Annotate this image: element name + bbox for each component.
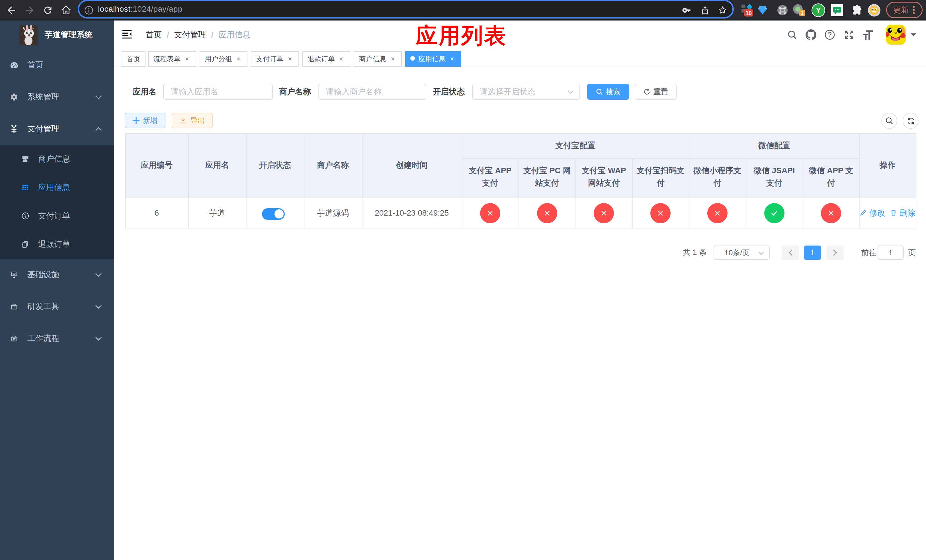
svg-text:Y: Y: [816, 6, 821, 15]
svg-text:1: 1: [801, 10, 803, 16]
svg-text:10: 10: [746, 10, 752, 16]
